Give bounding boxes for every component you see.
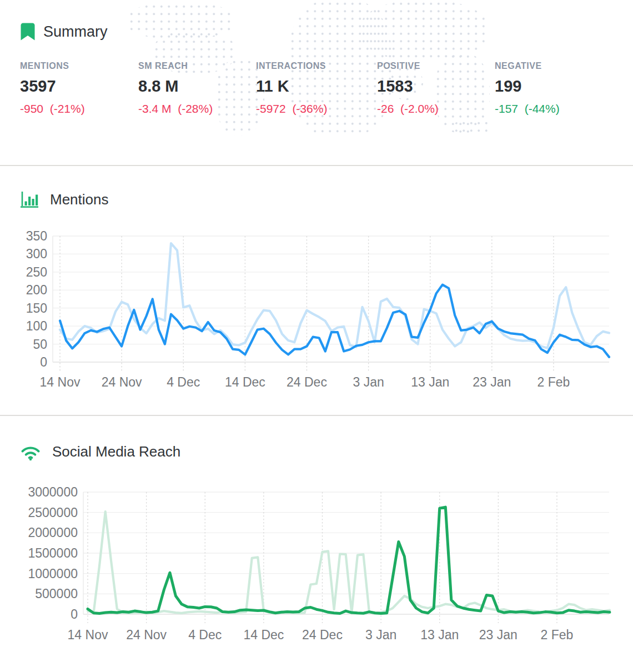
y-tick-label: 50 [33, 337, 47, 352]
x-tick-label: 24 Nov [126, 628, 167, 642]
x-tick-label: 24 Dec [302, 628, 343, 642]
metric-label: MENTIONS [20, 61, 85, 71]
x-tick-label: 3 Jan [365, 628, 396, 642]
metric-label: NEGATIVE [495, 61, 560, 71]
metric-sm-reach: SM REACH 8.8 M -3.4 M (-28%) [138, 61, 213, 116]
metric-delta: -3.4 M (-28%) [138, 102, 213, 116]
y-tick-label: 1000000 [28, 566, 78, 581]
mentions-chart[interactable]: 35030025020015010050014 Nov24 Nov4 Dec14… [0, 222, 633, 395]
bar-chart-icon [20, 190, 39, 209]
y-tick-label: 300 [26, 247, 47, 261]
x-tick-label: 23 Jan [473, 375, 511, 389]
x-tick-label: 3 Jan [353, 375, 384, 389]
metric-mentions: MENTIONS 3597 -950 (-21%) [20, 61, 85, 116]
metric-delta: -950 (-21%) [20, 102, 85, 116]
summary-header: Summary [20, 22, 108, 41]
metric-negative: NEGATIVE 199 -157 (-44%) [495, 61, 560, 116]
y-tick-label: 0 [71, 607, 78, 621]
y-tick-label: 150 [26, 301, 47, 315]
y-tick-label: 2500000 [28, 505, 78, 520]
metric-label: INTERACTIONS [256, 61, 327, 71]
reach-title: Social Media Reach [52, 443, 180, 460]
metric-delta: -157 (-44%) [495, 102, 560, 116]
reach-section-header: Social Media Reach [20, 443, 180, 461]
x-tick-label: 4 Dec [188, 628, 222, 642]
metric-delta: -26 (-2.0%) [377, 102, 439, 116]
x-tick-label: 24 Nov [102, 375, 142, 389]
x-tick-label: 14 Dec [243, 628, 284, 642]
y-tick-label: 250 [26, 265, 47, 279]
y-tick-label: 3000000 [28, 485, 78, 499]
x-tick-label: 2 Feb [537, 375, 570, 389]
x-tick-label: 13 Jan [420, 628, 459, 642]
metric-value: 8.8 M [138, 77, 213, 96]
x-tick-label: 24 Dec [287, 375, 327, 389]
metric-positive: POSITIVE 1583 -26 (-2.0%) [377, 61, 439, 116]
summary-title: Summary [43, 23, 108, 41]
series-reach-comparison-light-green [88, 511, 610, 613]
metric-value: 1583 [377, 77, 439, 96]
y-tick-label: 500000 [35, 586, 78, 601]
mentions-section-header: Mentions [20, 190, 109, 209]
x-tick-label: 13 Jan [411, 375, 449, 389]
x-tick-label: 14 Nov [40, 375, 81, 389]
y-tick-label: 2000000 [28, 525, 78, 540]
y-tick-label: 100 [26, 319, 47, 333]
x-tick-label: 14 Nov [68, 628, 108, 642]
x-tick-label: 14 Dec [225, 375, 265, 389]
x-tick-label: 23 Jan [479, 628, 518, 642]
mentions-title: Mentions [50, 191, 109, 208]
series-mentions-current-dark-blue [60, 285, 609, 357]
y-tick-label: 200 [26, 283, 47, 297]
metric-value: 3597 [20, 77, 85, 96]
y-tick-label: 350 [26, 229, 47, 243]
x-tick-label: 2 Feb [541, 628, 574, 642]
section-divider [0, 165, 633, 166]
social-media-reach-chart[interactable]: 3000000250000020000001500000100000050000… [0, 478, 633, 652]
metric-delta: -5972 (-36%) [256, 102, 327, 116]
section-divider [0, 415, 633, 416]
bookmark-icon [20, 22, 36, 41]
wifi-icon [20, 443, 41, 461]
x-tick-label: 4 Dec [167, 375, 200, 389]
metric-value: 11 K [256, 77, 327, 96]
y-tick-label: 0 [40, 355, 47, 369]
series-reach-current-dark-green [88, 507, 610, 613]
metric-interactions: INTERACTIONS 11 K -5972 (-36%) [256, 61, 327, 116]
metric-label: SM REACH [138, 61, 213, 71]
metric-value: 199 [495, 77, 560, 96]
metric-label: POSITIVE [377, 61, 439, 71]
y-tick-label: 1500000 [28, 546, 78, 560]
